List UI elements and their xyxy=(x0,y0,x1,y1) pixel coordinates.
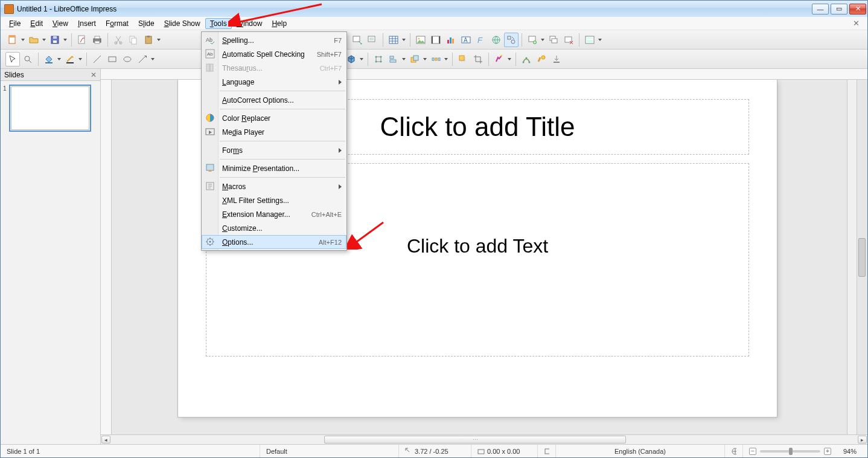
open-button[interactable] xyxy=(27,33,41,47)
filter-button[interactable] xyxy=(492,52,506,66)
save-button[interactable] xyxy=(48,33,62,47)
insert-chart-button[interactable] xyxy=(444,33,458,47)
menu-colorreplacer[interactable]: Color Replacer xyxy=(202,111,346,125)
gluepoints-button[interactable] xyxy=(519,52,534,66)
insert-special-button[interactable] xyxy=(549,52,564,66)
insert-media-button[interactable] xyxy=(429,33,443,47)
vertical-scrollbar[interactable] xyxy=(847,80,857,434)
sidebar-handle[interactable] xyxy=(857,80,867,434)
vertical-ruler[interactable] xyxy=(101,80,112,434)
svg-rect-22 xyxy=(389,36,398,44)
slides-panel-close-icon[interactable]: ✕ xyxy=(91,71,97,79)
document-close-icon[interactable]: ✕ xyxy=(853,19,861,27)
slides-list[interactable]: 1 xyxy=(1,81,100,444)
toggle-extrusion-button[interactable] xyxy=(534,52,549,66)
zoom-knob[interactable] xyxy=(789,448,793,455)
svg-rect-73 xyxy=(545,449,549,454)
zoom-track[interactable] xyxy=(760,450,820,453)
body-area: Slides ✕ 1 Click to add Title Click to a… xyxy=(1,69,867,444)
status-language[interactable]: English (Canada) xyxy=(556,445,725,457)
menu-autospell-shortcut: Shift+F7 xyxy=(317,51,342,58)
sidebar-grip-icon[interactable] xyxy=(858,238,866,277)
minimize-icon xyxy=(205,163,215,173)
menu-tools[interactable]: Tools xyxy=(205,18,232,29)
menu-extmgr[interactable]: Extension Manager...Ctrl+Alt+E xyxy=(202,207,346,221)
export-pdf-button[interactable] xyxy=(75,33,89,47)
scroll-thumb[interactable]: ⋯ xyxy=(324,436,626,443)
slide-thumbnail-1[interactable]: 1 xyxy=(9,85,91,132)
line-color-button[interactable] xyxy=(63,52,77,66)
horizontal-scrollbar[interactable]: ◂ ⋯ ▸ xyxy=(101,434,867,444)
menu-edit[interactable]: Edit xyxy=(25,18,48,29)
slide-layout-button[interactable] xyxy=(582,33,597,47)
show-draw-functions-button[interactable] xyxy=(504,33,519,47)
copy-button[interactable] xyxy=(126,33,141,47)
menu-view[interactable]: View xyxy=(48,18,73,29)
insert-image-button[interactable] xyxy=(413,33,428,47)
menu-macros[interactable]: Macros xyxy=(202,179,346,193)
cut-button[interactable] xyxy=(111,33,126,47)
rotate-button[interactable] xyxy=(371,52,386,66)
start-current-button[interactable] xyxy=(365,33,380,47)
status-signature[interactable] xyxy=(538,445,556,457)
options-icon xyxy=(205,237,215,247)
menu-autospell[interactable]: Ab Automatic Spell CheckingShift+F7 xyxy=(202,47,346,61)
lines-arrows-button[interactable] xyxy=(135,52,150,66)
scroll-left-icon[interactable]: ◂ xyxy=(101,436,110,443)
insert-fontwork-button[interactable]: F xyxy=(474,33,488,47)
new-slide-button[interactable] xyxy=(525,33,540,47)
svg-point-70 xyxy=(541,56,545,59)
rectangle-tool-button[interactable] xyxy=(105,52,120,66)
menu-window[interactable]: Window xyxy=(232,18,267,29)
start-first-button[interactable] xyxy=(350,33,365,47)
status-zoom-value[interactable]: 94% xyxy=(837,445,863,457)
menu-slide[interactable]: Slide xyxy=(133,18,159,29)
menu-language[interactable]: Language xyxy=(202,75,346,89)
arrange-button[interactable] xyxy=(407,52,422,66)
status-fit-button[interactable] xyxy=(725,445,743,457)
menu-extmgr-shortcut: Ctrl+Alt+E xyxy=(311,211,342,218)
menu-file[interactable]: File xyxy=(4,18,25,29)
svg-rect-79 xyxy=(210,64,213,71)
maximize-button[interactable]: ▭ xyxy=(831,4,847,15)
menu-insert[interactable]: Insert xyxy=(73,18,101,29)
close-button[interactable]: ✕ xyxy=(849,4,866,15)
svg-point-24 xyxy=(418,37,420,39)
menu-help[interactable]: Help xyxy=(267,18,292,29)
menu-forms[interactable]: Forms xyxy=(202,143,346,157)
distribute-button[interactable] xyxy=(429,52,443,66)
menu-customize[interactable]: Customize... xyxy=(202,221,346,235)
line-tool-button[interactable] xyxy=(90,52,104,66)
ellipse-tool-button[interactable] xyxy=(120,52,135,66)
shadow-button[interactable] xyxy=(456,52,470,66)
table-button[interactable] xyxy=(386,33,401,47)
select-tool-button[interactable] xyxy=(5,52,20,66)
menu-autocorrect[interactable]: AutoCorrect Options... xyxy=(202,93,346,107)
delete-slide-button[interactable] xyxy=(561,33,576,47)
duplicate-slide-button[interactable] xyxy=(546,33,561,47)
scroll-right-icon[interactable]: ▸ xyxy=(858,436,867,443)
text-placeholder-text: Click to add Text xyxy=(407,235,548,257)
menu-spelling[interactable]: Ab Spelling...F7 xyxy=(202,33,346,47)
menu-mediaplayer[interactable]: Media Player xyxy=(202,125,346,139)
crop-button[interactable] xyxy=(471,52,485,66)
minimize-button[interactable]: — xyxy=(812,4,829,15)
zoom-in-button[interactable]: + xyxy=(824,448,831,455)
fill-color-button[interactable] xyxy=(42,52,56,66)
menu-options[interactable]: Options...Alt+F12 xyxy=(202,235,346,249)
svg-rect-65 xyxy=(459,56,464,60)
menu-format[interactable]: Format xyxy=(101,18,133,29)
new-button[interactable] xyxy=(5,33,20,47)
insert-textbox-button[interactable]: A xyxy=(459,33,473,47)
zoom-out-button[interactable]: − xyxy=(749,448,756,455)
menu-minimize[interactable]: Minimize Presentation... xyxy=(202,161,346,175)
menu-slideshow[interactable]: Slide Show xyxy=(159,18,205,29)
insert-hyperlink-button[interactable] xyxy=(489,33,503,47)
menu-xmlfilter[interactable]: XML Filter Settings... xyxy=(202,193,346,207)
zoom-slider[interactable]: − + xyxy=(743,448,837,455)
print-button[interactable] xyxy=(90,33,104,47)
zoom-tool-button[interactable] xyxy=(21,52,35,66)
svg-rect-61 xyxy=(432,58,434,60)
align-objects-button[interactable] xyxy=(386,52,401,66)
paste-button[interactable] xyxy=(141,33,156,47)
